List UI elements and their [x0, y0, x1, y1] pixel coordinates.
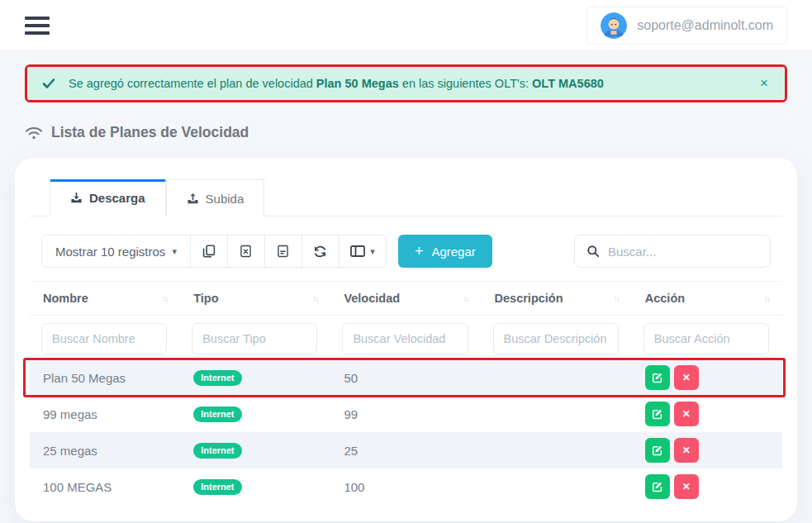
copy-button[interactable] — [190, 235, 228, 268]
type-badge: Internet — [193, 443, 241, 459]
table-row: 100 MEGAS Internet 100 ✕ — [30, 468, 782, 505]
export-file-button[interactable] — [264, 235, 302, 268]
page-title: Lista de Planes de Velocidad — [51, 124, 249, 141]
table-row: Plan 50 Megas Internet 50 ✕ — [30, 359, 782, 396]
chevron-down-icon: ▾ — [370, 246, 375, 257]
sort-icon: ↑↓ — [764, 294, 769, 303]
type-badge: Internet — [193, 370, 241, 386]
refresh-icon — [313, 245, 327, 259]
user-avatar — [601, 12, 627, 39]
edit-pencil-icon — [652, 481, 663, 492]
add-plan-button[interactable]: + Agregar — [398, 235, 492, 268]
wifi-icon — [25, 126, 43, 140]
export-excel-button[interactable] — [227, 235, 265, 268]
delete-button[interactable]: ✕ — [674, 474, 699, 499]
row-nombre: Plan 50 Megas — [30, 371, 180, 385]
top-header: soporte@adminolt.com — [0, 0, 812, 51]
x-icon: ✕ — [682, 408, 691, 420]
search-input[interactable] — [608, 245, 758, 259]
copy-icon — [202, 245, 216, 258]
edit-pencil-icon — [652, 408, 663, 420]
row-nombre: 25 megas — [30, 444, 180, 458]
alert-olt-name: OLT MA5680 — [532, 77, 604, 90]
table-body: Plan 50 Megas Internet 50 ✕ 99 megas Int… — [30, 359, 782, 505]
column-visibility-dropdown[interactable]: ▾ — [339, 235, 387, 268]
filter-nombre-input[interactable] — [41, 323, 167, 354]
column-header-tipo[interactable]: Tipo ↑↓ — [180, 282, 330, 315]
edit-button[interactable] — [645, 438, 670, 463]
plans-table: Nombre ↑↓ Tipo ↑↓ Velocidad ↑↓ Descripci… — [30, 281, 782, 505]
annotation-rectangle-alert: Se agregó correctamente el plan de veloc… — [25, 64, 787, 102]
alert-close-icon[interactable]: × — [758, 75, 770, 92]
show-entries-dropdown[interactable]: Mostrar 10 registros ▾ — [41, 235, 191, 268]
table-filter-row — [30, 316, 782, 359]
upload-icon — [187, 193, 199, 205]
hamburger-menu-icon[interactable] — [25, 12, 50, 39]
type-badge: Internet — [193, 407, 241, 422]
type-badge: Internet — [193, 479, 241, 495]
edit-button[interactable] — [645, 365, 670, 390]
x-icon: ✕ — [682, 372, 691, 383]
row-velocidad: 25 — [330, 444, 481, 458]
alert-message: Se agregó correctamente el plan de veloc… — [69, 77, 758, 90]
user-email: soporte@adminolt.com — [637, 18, 773, 33]
plans-card: Descarga Subida Mostrar 10 registros ▾ — [15, 158, 797, 521]
x-icon: ✕ — [682, 481, 691, 492]
column-header-velocidad[interactable]: Velocidad ↑↓ — [330, 282, 481, 315]
table-toolbar: Mostrar 10 registros ▾ — [41, 235, 771, 268]
alert-plan-name: Plan 50 Megas — [316, 77, 399, 90]
table-row: 99 megas Internet 99 ✕ — [30, 396, 782, 432]
delete-button[interactable]: ✕ — [674, 365, 699, 390]
filter-tipo-input[interactable] — [192, 323, 317, 354]
delete-button[interactable]: ✕ — [674, 402, 699, 426]
sort-icon: ↑↓ — [463, 294, 468, 303]
row-velocidad: 99 — [330, 407, 481, 421]
row-nombre: 99 megas — [30, 407, 180, 421]
row-nombre: 100 MEGAS — [30, 480, 180, 494]
x-icon: ✕ — [682, 445, 691, 456]
tab-bar: Descarga Subida — [30, 179, 782, 216]
success-alert: Se agregó correctamente el plan de veloc… — [27, 67, 785, 100]
chevron-down-icon: ▾ — [172, 246, 177, 257]
search-icon — [586, 245, 600, 258]
filter-descripcion-input[interactable] — [493, 323, 619, 354]
sort-icon: ↑↓ — [162, 294, 167, 303]
filter-velocidad-input[interactable] — [342, 323, 468, 354]
plus-icon: + — [415, 244, 424, 259]
download-icon — [70, 192, 83, 204]
user-account-button[interactable]: soporte@adminolt.com — [586, 7, 787, 45]
check-icon — [42, 77, 55, 90]
row-velocidad: 100 — [330, 480, 481, 494]
column-header-descripcion[interactable]: Descripción ↑↓ — [482, 282, 632, 315]
row-velocidad: 50 — [330, 371, 481, 385]
edit-button[interactable] — [645, 474, 670, 499]
file-lines-icon — [278, 245, 288, 258]
column-header-accion[interactable]: Acción ↑↓ — [632, 282, 782, 315]
filter-accion-input[interactable] — [643, 323, 769, 354]
table-header-row: Nombre ↑↓ Tipo ↑↓ Velocidad ↑↓ Descripci… — [30, 281, 782, 316]
delete-button[interactable]: ✕ — [674, 438, 699, 463]
tab-descarga[interactable]: Descarga — [50, 179, 166, 216]
tab-subida[interactable]: Subida — [166, 179, 265, 216]
sort-icon: ↑↓ — [614, 294, 619, 303]
tab-label: Descarga — [89, 191, 145, 205]
table-row: 25 megas Internet 25 ✕ — [30, 432, 782, 468]
columns-icon — [350, 245, 365, 257]
edit-pencil-icon — [652, 372, 663, 383]
sort-icon: ↑↓ — [312, 294, 317, 303]
tab-label: Subida — [206, 192, 245, 206]
excel-file-icon — [240, 245, 251, 258]
edit-pencil-icon — [652, 445, 663, 456]
search-box — [574, 235, 771, 268]
column-header-nombre[interactable]: Nombre ↑↓ — [30, 282, 180, 315]
refresh-button[interactable] — [302, 235, 340, 268]
table-tools-group: Mostrar 10 registros ▾ — [41, 235, 387, 268]
edit-button[interactable] — [645, 402, 670, 426]
